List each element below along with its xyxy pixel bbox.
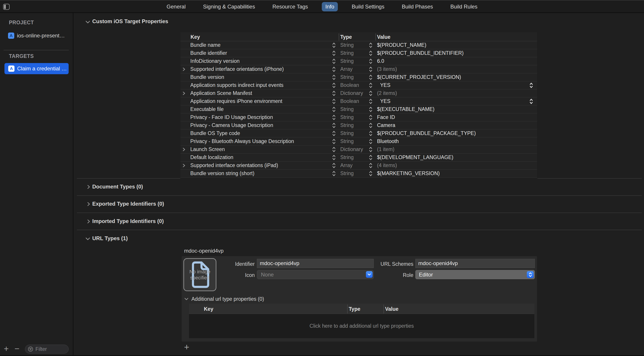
property-key[interactable]: Privacy - Face ID Usage Description <box>190 114 331 120</box>
property-row[interactable]: Supported interface orientations (iPad)A… <box>180 162 537 170</box>
tab-build-settings[interactable]: Build Settings <box>348 2 388 11</box>
add-properties-hint[interactable]: Click here to add additional url type pr… <box>310 323 414 329</box>
property-row[interactable]: Bundle identifierString$(PRODUCT_BUNDLE_… <box>180 49 537 57</box>
property-value[interactable]: 6.0 <box>377 58 537 64</box>
stepper-icon[interactable] <box>332 50 336 56</box>
property-row[interactable]: Launch ScreenDictionary(1 item) <box>180 146 537 154</box>
tab-build-phases[interactable]: Build Phases <box>398 2 436 11</box>
popup-icon[interactable] <box>530 82 533 88</box>
property-value[interactable]: $(DEVELOPMENT_LANGUAGE) <box>377 154 537 160</box>
stepper-icon[interactable] <box>369 138 372 144</box>
stepper-icon[interactable] <box>332 130 336 136</box>
stepper-icon[interactable] <box>369 162 372 169</box>
property-key[interactable]: Launch Screen <box>190 146 331 152</box>
add-target-button[interactable]: + <box>2 344 11 354</box>
property-row[interactable]: Default localizationString$(DEVELOPMENT_… <box>180 154 537 162</box>
role-popup[interactable]: Editor <box>415 270 535 279</box>
dropdown-icon[interactable] <box>366 271 372 278</box>
remove-target-button[interactable]: − <box>12 344 22 354</box>
custom-properties-title[interactable]: Custom iOS Target Properties <box>92 18 168 24</box>
add-url-type-button[interactable]: + <box>184 342 189 352</box>
stepper-icon[interactable] <box>369 114 372 120</box>
stepper-icon[interactable] <box>332 138 336 144</box>
property-value[interactable]: $(EXECUTABLE_NAME) <box>377 106 537 112</box>
stepper-icon[interactable] <box>369 130 372 136</box>
additional-properties-empty-area[interactable]: Click here to add additional url type pr… <box>189 314 534 338</box>
section-exported-type-identifiers[interactable]: Exported Type Identifiers (0) <box>92 201 164 207</box>
stepper-icon[interactable] <box>369 146 372 152</box>
stepper-icon[interactable] <box>369 82 372 88</box>
property-key[interactable]: Application supports indirect input even… <box>190 82 331 88</box>
stepper-icon[interactable] <box>332 162 336 169</box>
property-key[interactable]: Application requires iPhone environment <box>190 98 331 104</box>
filter-field[interactable] <box>25 345 69 354</box>
disclosure-closed-icon[interactable] <box>182 147 186 152</box>
property-key[interactable]: Supported interface orientations (iPhone… <box>190 66 331 72</box>
stepper-icon[interactable] <box>332 98 336 104</box>
property-key[interactable]: Privacy - Bluetooth Always Usage Descrip… <box>190 138 331 144</box>
stepper-icon[interactable] <box>369 74 372 80</box>
stepper-icon[interactable] <box>332 90 336 96</box>
stepper-icon[interactable] <box>369 58 372 64</box>
stepper-icon[interactable] <box>332 58 336 64</box>
stepper-icon[interactable] <box>332 82 336 88</box>
property-key[interactable]: Bundle OS Type code <box>190 130 331 136</box>
stepper-icon[interactable] <box>369 106 372 112</box>
property-row[interactable]: Privacy - Face ID Usage DescriptionStrin… <box>180 114 537 122</box>
disclosure-closed-icon[interactable] <box>182 67 186 72</box>
property-value[interactable]: YES <box>377 82 537 88</box>
property-key[interactable]: Executable file <box>190 106 331 112</box>
stepper-icon[interactable] <box>369 90 372 96</box>
sidebar-item-target-selected[interactable]: A Claim a credential t… <box>4 63 69 74</box>
disclosure-closed-icon[interactable] <box>182 91 186 96</box>
property-row[interactable]: Application Scene ManifestDictionary(2 i… <box>180 89 537 97</box>
property-row[interactable]: Bundle nameString$(PRODUCT_NAME) <box>180 41 537 49</box>
property-value[interactable]: (2 items) <box>377 90 537 96</box>
property-value[interactable]: Camera <box>377 122 537 128</box>
stepper-icon[interactable] <box>369 170 372 177</box>
property-row[interactable]: Executable fileString$(EXECUTABLE_NAME) <box>180 105 537 114</box>
disclosure-closed-icon[interactable] <box>87 219 90 224</box>
disclosure-closed-icon[interactable] <box>182 163 186 168</box>
tab-info[interactable]: Info <box>322 2 338 11</box>
property-value[interactable]: $(CURRENT_PROJECT_VERSION) <box>377 74 537 80</box>
stepper-icon[interactable] <box>369 50 372 56</box>
stepper-icon[interactable] <box>369 154 372 160</box>
stepper-icon[interactable] <box>369 98 372 104</box>
stepper-icon[interactable] <box>332 170 336 177</box>
property-value[interactable]: $(MARKETING_VERSION) <box>377 170 537 176</box>
popup-icon[interactable] <box>527 271 534 278</box>
property-value[interactable]: $(PRODUCT_NAME) <box>377 42 537 48</box>
section-document-types[interactable]: Document Types (0) <box>92 184 143 190</box>
disclosure-closed-icon[interactable] <box>87 202 90 206</box>
property-value[interactable]: $(PRODUCT_BUNDLE_PACKAGE_TYPE) <box>377 130 537 136</box>
stepper-icon[interactable] <box>332 146 336 152</box>
tab-general[interactable]: General <box>163 2 189 11</box>
stepper-icon[interactable] <box>332 106 336 112</box>
property-row[interactable]: Bundle versionString$(CURRENT_PROJECT_VE… <box>180 73 537 81</box>
property-key[interactable]: Bundle version string (short) <box>190 170 331 176</box>
property-key[interactable]: Default localization <box>190 154 331 160</box>
stepper-icon[interactable] <box>369 66 372 72</box>
stepper-icon[interactable] <box>332 74 336 80</box>
property-row[interactable]: Bundle version string (short)String$(MAR… <box>180 170 537 178</box>
disclosure-open-icon[interactable] <box>85 237 90 240</box>
url-type-image-well[interactable]: No image specified <box>184 258 216 291</box>
stepper-icon[interactable] <box>369 122 372 128</box>
property-row[interactable]: Bundle OS Type codeString$(PRODUCT_BUNDL… <box>180 130 537 138</box>
additional-properties-title[interactable]: Additional url type properties (0) <box>192 296 264 302</box>
icon-dropdown[interactable]: None <box>257 270 374 279</box>
tab-resource-tags[interactable]: Resource Tags <box>269 2 312 11</box>
property-row[interactable]: Supported interface orientations (iPhone… <box>180 65 537 73</box>
property-value[interactable]: (1 item) <box>377 146 537 152</box>
identifier-field[interactable]: mdoc-openid4vp <box>257 259 374 268</box>
disclosure-closed-icon[interactable] <box>87 184 90 189</box>
sidebar-item-project[interactable]: A ios-online-presenta… <box>8 31 66 40</box>
section-imported-type-identifiers[interactable]: Imported Type Identifiers (0) <box>92 218 164 224</box>
stepper-icon[interactable] <box>369 42 372 48</box>
url-schemes-field[interactable]: mdoc-openid4vp <box>415 259 535 268</box>
stepper-icon[interactable] <box>332 122 336 128</box>
property-row[interactable]: Privacy - Camera Usage DescriptionString… <box>180 122 537 130</box>
property-row[interactable]: Privacy - Bluetooth Always Usage Descrip… <box>180 138 537 146</box>
property-row[interactable]: Application supports indirect input even… <box>180 81 537 89</box>
